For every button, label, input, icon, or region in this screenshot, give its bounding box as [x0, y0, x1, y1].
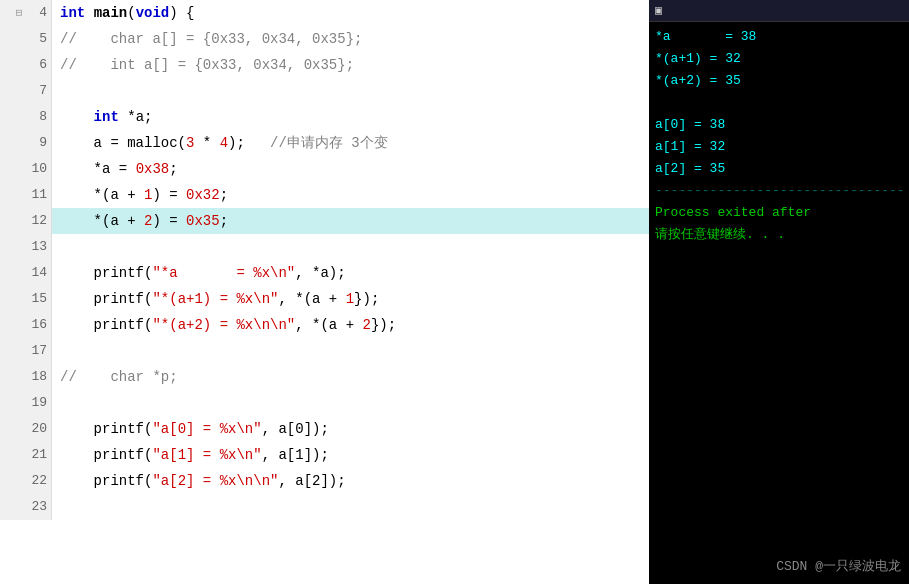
line-number: 5 — [27, 26, 47, 52]
line-gutter: 15 — [0, 286, 52, 312]
terminal-body: *a = 38*(a+1) = 32*(a+2) = 35 a[0] = 38a… — [649, 22, 909, 584]
code-line: 23 — [0, 494, 649, 520]
token-plain: ) { — [169, 5, 194, 21]
line-content: *a = 0x38; — [52, 156, 649, 182]
token-plain: , a[1]); — [262, 447, 329, 463]
line-number: 4 — [27, 0, 47, 26]
token-plain: , a[2]); — [278, 473, 345, 489]
line-content: *(a + 2) = 0x35; — [52, 208, 649, 234]
line-content: a = malloc(3 * 4); //申请内存 3个变 — [52, 130, 649, 156]
token-string: "*(a+1) = %x\n" — [152, 291, 278, 307]
line-number: 21 — [27, 442, 47, 468]
terminal-output-line — [655, 92, 903, 114]
line-content: printf("a[2] = %x\n\n", a[2]); — [52, 468, 649, 494]
token-string: "a[2] = %x\n\n" — [152, 473, 278, 489]
token-kw: int — [60, 5, 85, 21]
line-gutter: 10 — [0, 156, 52, 182]
line-content — [52, 234, 649, 260]
line-content: printf("*a = %x\n", *a); — [52, 260, 649, 286]
code-line: 17 — [0, 338, 649, 364]
token-plain: printf( — [60, 317, 152, 333]
terminal-output-line: *a = 38 — [655, 26, 903, 48]
token-string: "*(a+2) = %x\n\n" — [152, 317, 295, 333]
line-gutter: 18 — [0, 364, 52, 390]
code-line: 13 — [0, 234, 649, 260]
token-comment: // — [60, 369, 77, 385]
line-gutter: 23 — [0, 494, 52, 520]
line-content: int *a; — [52, 104, 649, 130]
code-line: 5// char a[] = {0x33, 0x34, 0x35}; — [0, 26, 649, 52]
code-line: 6// int a[] = {0x33, 0x34, 0x35}; — [0, 52, 649, 78]
line-number: 16 — [27, 312, 47, 338]
line-gutter: 20 — [0, 416, 52, 442]
token-plain: printf( — [60, 291, 152, 307]
terminal-output-line: a[2] = 35 — [655, 158, 903, 180]
token-plain: *a; — [119, 109, 153, 125]
token-plain: ( — [127, 5, 135, 21]
terminal-output-line: *(a+2) = 35 — [655, 70, 903, 92]
token-plain: printf( — [60, 473, 152, 489]
token-kw: int — [94, 109, 119, 125]
line-number: 8 — [27, 104, 47, 130]
token-plain: * — [194, 135, 219, 151]
line-number: 23 — [27, 494, 47, 520]
line-content: printf("*(a+2) = %x\n\n", *(a + 2}); — [52, 312, 649, 338]
token-plain: *(a + — [60, 213, 144, 229]
token-number: 1 — [346, 291, 354, 307]
line-number: 19 — [27, 390, 47, 416]
code-editor: ⊟4int main(void) { 5// char a[] = {0x33,… — [0, 0, 649, 584]
line-content — [52, 390, 649, 416]
token-comment: // — [60, 31, 77, 47]
line-gutter: 6 — [0, 52, 52, 78]
code-line: 22 printf("a[2] = %x\n\n", a[2]); — [0, 468, 649, 494]
terminal-panel: ▣ *a = 38*(a+1) = 32*(a+2) = 35 a[0] = 3… — [649, 0, 909, 584]
token-number: 0x32 — [186, 187, 220, 203]
line-content: *(a + 1) = 0x32; — [52, 182, 649, 208]
terminal-output-line: a[0] = 38 — [655, 114, 903, 136]
token-plain — [85, 5, 93, 21]
code-line: 15 printf("*(a+1) = %x\n", *(a + 1}); — [0, 286, 649, 312]
token-comment: // — [60, 57, 77, 73]
token-plain: printf( — [60, 265, 152, 281]
code-line: 16 printf("*(a+2) = %x\n\n", *(a + 2}); — [0, 312, 649, 338]
token-plain: ) = — [152, 187, 186, 203]
token-plain: }); — [371, 317, 396, 333]
token-fn: main — [94, 5, 128, 21]
token-number: 4 — [220, 135, 228, 151]
line-content — [52, 78, 649, 104]
terminal-output-line: a[1] = 32 — [655, 136, 903, 158]
token-number: 0x38 — [136, 161, 170, 177]
fold-icon[interactable]: ⊟ — [13, 0, 25, 26]
token-string: "*a = %x\n" — [152, 265, 295, 281]
line-gutter: 22 — [0, 468, 52, 494]
token-number: 2 — [362, 317, 370, 333]
token-string: "a[1] = %x\n" — [152, 447, 261, 463]
token-comment: char *p; — [77, 369, 178, 385]
token-plain: ); — [228, 135, 253, 151]
token-plain: printf( — [60, 421, 152, 437]
terminal-output-line: *(a+1) = 32 — [655, 48, 903, 70]
code-line: ⊟4int main(void) { — [0, 0, 649, 26]
line-content: printf("a[1] = %x\n", a[1]); — [52, 442, 649, 468]
line-gutter: 7 — [0, 78, 52, 104]
line-number: 17 — [27, 338, 47, 364]
code-line: 10 *a = 0x38; — [0, 156, 649, 182]
line-number: 20 — [27, 416, 47, 442]
terminal-blank — [655, 246, 903, 268]
terminal-titlebar: ▣ — [649, 0, 909, 22]
token-plain: , *(a + — [278, 291, 345, 307]
token-string: "a[0] = %x\n" — [152, 421, 261, 437]
token-plain: ; — [220, 213, 228, 229]
line-gutter: 21 — [0, 442, 52, 468]
token-number: 0x35 — [186, 213, 220, 229]
line-number: 11 — [27, 182, 47, 208]
code-line: 20 printf("a[0] = %x\n", a[0]); — [0, 416, 649, 442]
token-plain: ; — [169, 161, 177, 177]
token-plain: , a[0]); — [262, 421, 329, 437]
token-plain: printf( — [60, 447, 152, 463]
code-line: 21 printf("a[1] = %x\n", a[1]); — [0, 442, 649, 468]
code-line: 8 int *a; — [0, 104, 649, 130]
line-gutter: 16 — [0, 312, 52, 338]
line-gutter: ⊟4 — [0, 0, 52, 26]
line-number: 13 — [27, 234, 47, 260]
